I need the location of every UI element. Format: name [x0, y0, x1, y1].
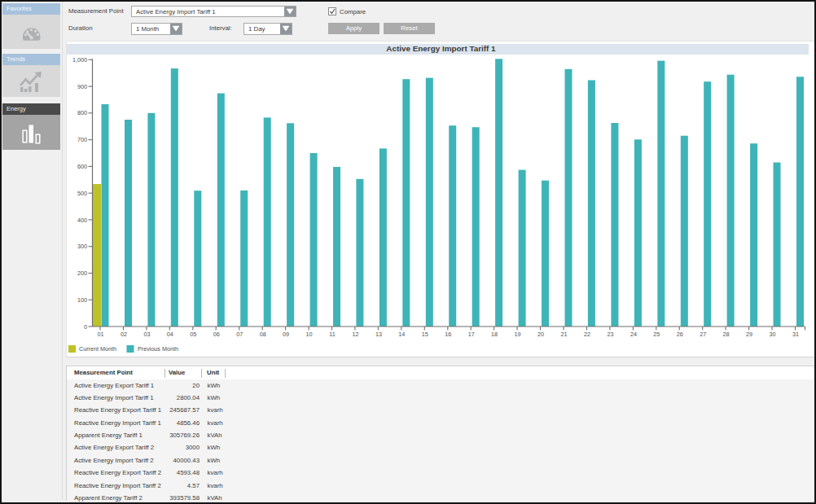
- svg-text:400: 400: [77, 217, 87, 224]
- svg-text:08: 08: [260, 331, 266, 338]
- svg-text:28: 28: [723, 331, 730, 338]
- svg-text:04: 04: [167, 331, 173, 338]
- svg-text:200: 200: [77, 270, 87, 277]
- svg-text:900: 900: [77, 83, 87, 90]
- svg-text:22: 22: [584, 331, 590, 338]
- svg-text:0: 0: [84, 323, 87, 331]
- svg-text:24: 24: [630, 331, 637, 338]
- svg-text:1,000: 1,000: [72, 56, 87, 64]
- svg-text:09: 09: [283, 331, 289, 338]
- svg-text:30: 30: [770, 331, 776, 338]
- svg-text:01: 01: [98, 331, 104, 338]
- svg-text:700: 700: [77, 136, 87, 143]
- svg-text:17: 17: [468, 331, 475, 338]
- svg-text:03: 03: [143, 331, 150, 338]
- svg-text:25: 25: [653, 331, 660, 338]
- svg-text:16: 16: [445, 331, 451, 338]
- svg-text:13: 13: [375, 331, 382, 338]
- svg-text:12: 12: [352, 331, 358, 338]
- svg-text:600: 600: [77, 163, 87, 170]
- svg-text:27: 27: [700, 331, 706, 338]
- svg-text:14: 14: [398, 331, 405, 338]
- svg-text:21: 21: [561, 331, 568, 338]
- svg-text:29: 29: [746, 331, 752, 338]
- svg-text:Previous Month: Previous Month: [138, 345, 178, 353]
- svg-text:26: 26: [677, 331, 683, 338]
- svg-text:100: 100: [77, 296, 87, 304]
- svg-text:11: 11: [329, 331, 335, 338]
- svg-text:07: 07: [236, 331, 243, 338]
- svg-text:05: 05: [190, 331, 196, 338]
- svg-text:31: 31: [792, 331, 799, 338]
- svg-text:19: 19: [515, 331, 521, 338]
- svg-text:500: 500: [77, 190, 87, 197]
- svg-text:Current Month: Current Month: [79, 345, 116, 353]
- svg-text:800: 800: [77, 109, 87, 116]
- svg-text:300: 300: [77, 243, 87, 250]
- svg-text:15: 15: [422, 331, 428, 338]
- svg-text:02: 02: [121, 331, 127, 338]
- svg-text:18: 18: [491, 331, 498, 338]
- svg-text:06: 06: [213, 331, 220, 338]
- svg-text:23: 23: [607, 331, 613, 338]
- svg-text:10: 10: [306, 331, 313, 338]
- svg-text:20: 20: [537, 331, 544, 338]
